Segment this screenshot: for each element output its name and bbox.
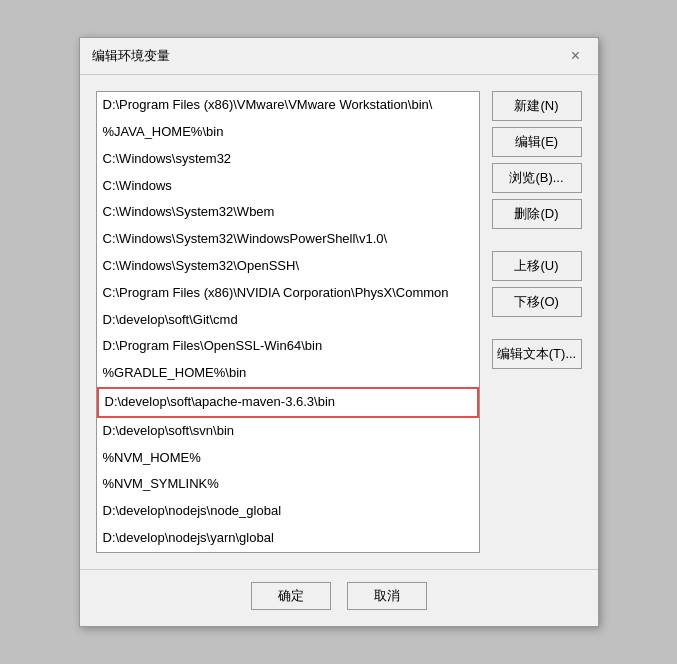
list-item[interactable]: D:\develop\soft\apache-maven-3.6.3\bin — [97, 387, 479, 418]
dialog-title: 编辑环境变量 — [92, 47, 170, 65]
env-path-list[interactable]: D:\Program Files (x86)\VMware\VMware Wor… — [96, 91, 480, 553]
close-button[interactable]: × — [566, 46, 586, 66]
move-up-button[interactable]: 上移(U) — [492, 251, 582, 281]
list-item[interactable]: C:\Windows\System32\OpenSSH\ — [97, 253, 479, 280]
edit-text-button[interactable]: 编辑文本(T)... — [492, 339, 582, 369]
list-item[interactable]: D:\Program Files\OpenSSL-Win64\bin — [97, 333, 479, 360]
ok-button[interactable]: 确定 — [251, 582, 331, 610]
list-item[interactable]: %JAVA_HOME%\bin — [97, 119, 479, 146]
list-item[interactable]: C:\Windows\system32 — [97, 146, 479, 173]
edit-env-variables-dialog: 编辑环境变量 × D:\Program Files (x86)\VMware\V… — [79, 37, 599, 627]
title-bar: 编辑环境变量 × — [80, 38, 598, 75]
list-item[interactable]: C:\Program Files (x86)\NVIDIA Corporatio… — [97, 280, 479, 307]
cancel-button[interactable]: 取消 — [347, 582, 427, 610]
list-item[interactable]: C:\Windows\System32\Wbem — [97, 199, 479, 226]
list-item[interactable]: D:\Program Files (x86)\VMware\VMware Wor… — [97, 92, 479, 119]
list-item[interactable]: C:\Windows\System32\WindowsPowerShell\v1… — [97, 226, 479, 253]
list-item[interactable]: D:\develop\nodejs\yarn\global — [97, 525, 479, 552]
list-item[interactable]: D:\develop\nodejs\node_global — [97, 498, 479, 525]
list-item[interactable]: %GRADLE_HOME%\bin — [97, 360, 479, 387]
list-item[interactable]: %NVM_SYMLINK% — [97, 471, 479, 498]
list-item[interactable]: D:\develop\soft\Git\cmd — [97, 307, 479, 334]
list-item[interactable]: C:\Windows — [97, 173, 479, 200]
list-item[interactable]: D:\develop\soft\svn\bin — [97, 418, 479, 445]
move-down-button[interactable]: 下移(O) — [492, 287, 582, 317]
delete-button[interactable]: 删除(D) — [492, 199, 582, 229]
list-item[interactable]: %NVM_HOME% — [97, 445, 479, 472]
dialog-footer: 确定 取消 — [80, 569, 598, 626]
action-buttons-panel: 新建(N) 编辑(E) 浏览(B)... 删除(D) 上移(U) 下移(O) 编… — [492, 91, 582, 553]
edit-button[interactable]: 编辑(E) — [492, 127, 582, 157]
new-button[interactable]: 新建(N) — [492, 91, 582, 121]
browse-button[interactable]: 浏览(B)... — [492, 163, 582, 193]
dialog-body: D:\Program Files (x86)\VMware\VMware Wor… — [80, 75, 598, 569]
